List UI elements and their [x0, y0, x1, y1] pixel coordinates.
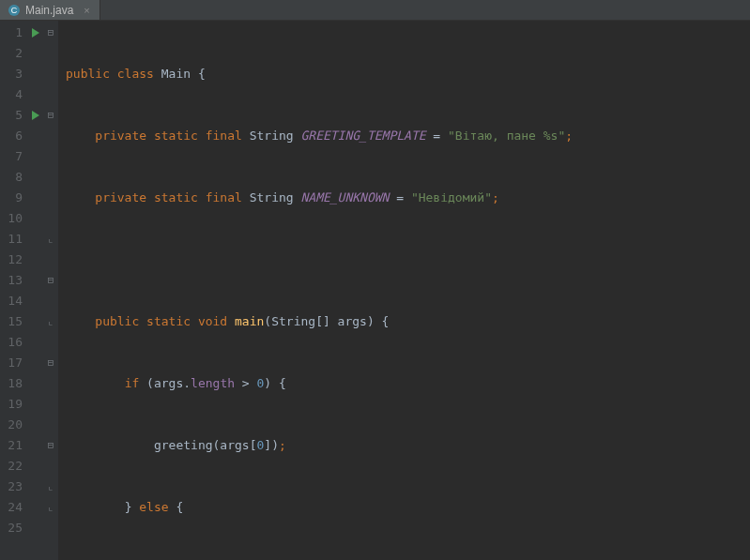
- close-icon[interactable]: ×: [81, 5, 92, 16]
- line-numbers: 1234567891011121314151617181920212223242…: [0, 23, 28, 560]
- gutter: 1234567891011121314151617181920212223242…: [0, 21, 58, 560]
- code-line: private static final String NAME_UNKNOWN…: [58, 188, 750, 208]
- line-number: 14: [0, 291, 23, 311]
- fold-close-icon[interactable]: ⌞: [48, 311, 54, 332]
- fold-close-icon[interactable]: ⌞: [48, 477, 54, 497]
- run-marker-column: [28, 23, 43, 560]
- line-number: 4: [0, 84, 23, 105]
- line-number: 5: [0, 105, 23, 126]
- line-number: 9: [0, 188, 23, 208]
- code-line: private static final String GREETING_TEM…: [58, 126, 750, 146]
- code-editor[interactable]: 1234567891011121314151617181920212223242…: [0, 21, 750, 560]
- line-number: 1: [0, 23, 23, 43]
- line-number: 24: [0, 497, 23, 518]
- line-number: 22: [0, 456, 23, 477]
- code-line: [58, 250, 750, 270]
- tab-filename: Main.java: [25, 4, 73, 17]
- code-line: if (args.length > 0) {: [58, 373, 750, 394]
- class-icon: C: [8, 4, 21, 17]
- line-number: 16: [0, 332, 23, 353]
- code-area[interactable]: public class Main { private static final…: [58, 21, 750, 560]
- line-number: 17: [0, 353, 23, 373]
- run-gutter-icon[interactable]: [28, 23, 43, 43]
- line-number: 10: [0, 208, 23, 229]
- line-number: 11: [0, 229, 23, 250]
- line-number: 23: [0, 477, 23, 497]
- code-line: public static void main(String[] args) {: [58, 311, 750, 332]
- code-line: greeting(args[0]);: [58, 435, 750, 456]
- line-number: 2: [0, 43, 23, 64]
- line-number: 25: [0, 518, 23, 538]
- fold-close-icon[interactable]: ⌞: [48, 497, 54, 518]
- fold-open-icon[interactable]: ⊟: [48, 353, 54, 373]
- code-line: public class Main {: [58, 64, 750, 84]
- fold-open-icon[interactable]: ⊟: [48, 105, 54, 126]
- line-number: 21: [0, 435, 23, 456]
- line-number: 8: [0, 167, 23, 188]
- fold-open-icon[interactable]: ⊟: [48, 23, 54, 43]
- editor-tabbar: C Main.java ×: [0, 0, 750, 21]
- fold-column: ⊟⊟⌞⊟⌞⊟⊟⌞⌞: [43, 23, 58, 560]
- editor-tab-main[interactable]: C Main.java ×: [0, 0, 100, 20]
- line-number: 20: [0, 415, 23, 435]
- fold-open-icon[interactable]: ⊟: [48, 435, 54, 456]
- line-number: 15: [0, 311, 23, 332]
- fold-close-icon[interactable]: ⌞: [48, 229, 54, 250]
- fold-open-icon[interactable]: ⊟: [48, 270, 54, 291]
- svg-text:C: C: [11, 6, 18, 15]
- line-number: 19: [0, 394, 23, 415]
- line-number: 6: [0, 126, 23, 146]
- line-number: 18: [0, 373, 23, 394]
- line-number: 12: [0, 250, 23, 270]
- line-number: 3: [0, 64, 23, 84]
- code-line: } else {: [58, 497, 750, 518]
- line-number: 13: [0, 270, 23, 291]
- line-number: 7: [0, 146, 23, 167]
- run-gutter-icon[interactable]: [28, 105, 43, 126]
